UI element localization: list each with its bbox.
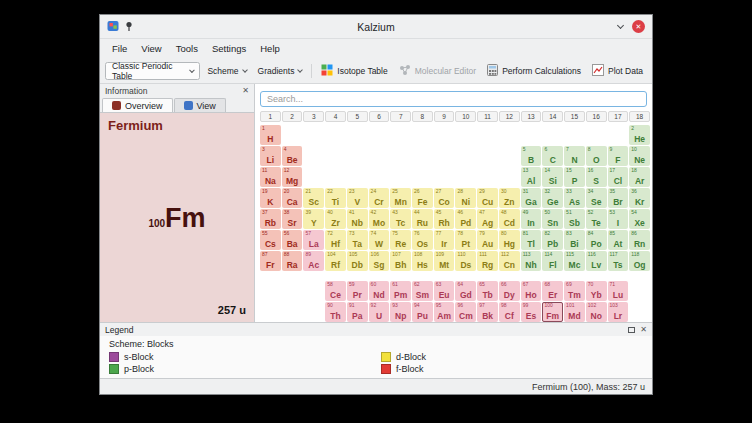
element-cell-ar[interactable]: 18Ar: [629, 167, 650, 187]
element-cell-k[interactable]: 19K: [260, 188, 281, 208]
element-cell-br[interactable]: 35Br: [608, 188, 629, 208]
pin-icon[interactable]: [124, 18, 134, 36]
element-cell-ts[interactable]: 117Ts: [608, 251, 629, 271]
element-cell-sr[interactable]: 38Sr: [282, 209, 303, 229]
element-cell-ti[interactable]: 22Ti: [325, 188, 346, 208]
element-cell-ge[interactable]: 32Ge: [542, 188, 563, 208]
element-cell-os[interactable]: 76Os: [412, 230, 433, 250]
element-cell-w[interactable]: 74W: [369, 230, 390, 250]
element-cell-rh[interactable]: 45Rh: [434, 209, 455, 229]
element-cell-te[interactable]: 52Te: [586, 209, 607, 229]
element-cell-cr[interactable]: 24Cr: [369, 188, 390, 208]
element-cell-tb[interactable]: 65Tb: [477, 281, 498, 301]
element-cell-si[interactable]: 14Si: [542, 167, 563, 187]
menu-item-view[interactable]: View: [134, 41, 168, 56]
element-cell-pt[interactable]: 78Pt: [455, 230, 476, 250]
element-cell-ac[interactable]: 89Ac: [303, 251, 324, 271]
element-cell-p[interactable]: 15P: [564, 167, 585, 187]
element-cell-lv[interactable]: 116Lv: [586, 251, 607, 271]
element-cell-hs[interactable]: 108Hs: [412, 251, 433, 271]
menu-item-settings[interactable]: Settings: [205, 41, 253, 56]
element-cell-cd[interactable]: 48Cd: [499, 209, 520, 229]
element-cell-bk[interactable]: 97Bk: [477, 302, 498, 322]
element-cell-na[interactable]: 11Na: [260, 167, 281, 187]
element-cell-dy[interactable]: 66Dy: [499, 281, 520, 301]
element-cell-pb[interactable]: 82Pb: [542, 230, 563, 250]
element-cell-v[interactable]: 23V: [347, 188, 368, 208]
element-cell-bi[interactable]: 83Bi: [564, 230, 585, 250]
element-cell-er[interactable]: 68Er: [542, 281, 563, 301]
element-cell-gd[interactable]: 64Gd: [455, 281, 476, 301]
element-cell-nd[interactable]: 60Nd: [369, 281, 390, 301]
element-cell-og[interactable]: 118Og: [629, 251, 650, 271]
element-cell-np[interactable]: 93Np: [390, 302, 411, 322]
element-cell-md[interactable]: 101Md: [564, 302, 585, 322]
element-cell-ir[interactable]: 77Ir: [434, 230, 455, 250]
element-cell-n[interactable]: 7N: [564, 146, 585, 166]
element-cell-eu[interactable]: 63Eu: [434, 281, 455, 301]
element-cell-ag[interactable]: 47Ag: [477, 209, 498, 229]
element-cell-ca[interactable]: 20Ca: [282, 188, 303, 208]
element-cell-zn[interactable]: 30Zn: [499, 188, 520, 208]
element-cell-cm[interactable]: 96Cm: [455, 302, 476, 322]
element-cell-sm[interactable]: 62Sm: [412, 281, 433, 301]
close-icon[interactable]: ✕: [632, 20, 645, 33]
element-cell-y[interactable]: 39Y: [303, 209, 324, 229]
element-cell-ne[interactable]: 10Ne: [629, 146, 650, 166]
gradients-button[interactable]: Gradients: [254, 64, 307, 78]
element-cell-se[interactable]: 34Se: [586, 188, 607, 208]
element-cell-xe[interactable]: 54Xe: [629, 209, 650, 229]
element-cell-ru[interactable]: 44Ru: [412, 209, 433, 229]
element-cell-th[interactable]: 90Th: [325, 302, 346, 322]
element-cell-no[interactable]: 102No: [586, 302, 607, 322]
element-cell-ds[interactable]: 110Ds: [455, 251, 476, 271]
element-cell-cf[interactable]: 98Cf: [499, 302, 520, 322]
element-cell-f[interactable]: 9F: [608, 146, 629, 166]
element-cell-rb[interactable]: 37Rb: [260, 209, 281, 229]
menu-item-help[interactable]: Help: [253, 41, 287, 56]
element-cell-pr[interactable]: 59Pr: [347, 281, 368, 301]
element-cell-po[interactable]: 84Po: [586, 230, 607, 250]
element-cell-re[interactable]: 75Re: [390, 230, 411, 250]
tab-view[interactable]: View: [174, 98, 226, 112]
element-cell-nh[interactable]: 113Nh: [521, 251, 542, 271]
element-cell-cu[interactable]: 29Cu: [477, 188, 498, 208]
element-cell-lu[interactable]: 71Lu: [608, 281, 629, 301]
element-cell-cs[interactable]: 55Cs: [260, 230, 281, 250]
isotope-table-button[interactable]: Isotope Table: [317, 62, 391, 80]
scheme-button[interactable]: Scheme: [203, 64, 250, 78]
element-cell-ho[interactable]: 67Ho: [521, 281, 542, 301]
element-cell-i[interactable]: 53I: [608, 209, 629, 229]
element-cell-ni[interactable]: 28Ni: [455, 188, 476, 208]
element-cell-bh[interactable]: 107Bh: [390, 251, 411, 271]
element-cell-pa[interactable]: 91Pa: [347, 302, 368, 322]
element-cell-kr[interactable]: 36Kr: [629, 188, 650, 208]
tab-overview[interactable]: Overview: [102, 98, 173, 112]
search-input[interactable]: [260, 91, 647, 107]
element-cell-nb[interactable]: 41Nb: [347, 209, 368, 229]
element-cell-sb[interactable]: 51Sb: [564, 209, 585, 229]
element-cell-cl[interactable]: 17Cl: [608, 167, 629, 187]
element-cell-h[interactable]: 1H: [260, 125, 281, 145]
element-cell-pm[interactable]: 61Pm: [390, 281, 411, 301]
element-cell-pu[interactable]: 94Pu: [412, 302, 433, 322]
element-cell-rn[interactable]: 86Rn: [629, 230, 650, 250]
element-cell-al[interactable]: 13Al: [521, 167, 542, 187]
element-cell-hg[interactable]: 80Hg: [499, 230, 520, 250]
element-cell-co[interactable]: 27Co: [434, 188, 455, 208]
element-cell-ba[interactable]: 56Ba: [282, 230, 303, 250]
element-cell-ta[interactable]: 73Ta: [347, 230, 368, 250]
element-cell-sn[interactable]: 50Sn: [542, 209, 563, 229]
element-cell-mc[interactable]: 115Mc: [564, 251, 585, 271]
element-cell-zr[interactable]: 40Zr: [325, 209, 346, 229]
chevron-down-icon[interactable]: [617, 22, 624, 29]
menu-item-file[interactable]: File: [105, 41, 134, 56]
element-cell-mo[interactable]: 42Mo: [369, 209, 390, 229]
element-cell-tl[interactable]: 81Tl: [521, 230, 542, 250]
element-cell-lr[interactable]: 103Lr: [608, 302, 629, 322]
element-cell-sc[interactable]: 21Sc: [303, 188, 324, 208]
element-cell-mn[interactable]: 25Mn: [390, 188, 411, 208]
element-cell-sg[interactable]: 106Sg: [369, 251, 390, 271]
element-cell-u[interactable]: 92U: [369, 302, 390, 322]
element-cell-in[interactable]: 49In: [521, 209, 542, 229]
